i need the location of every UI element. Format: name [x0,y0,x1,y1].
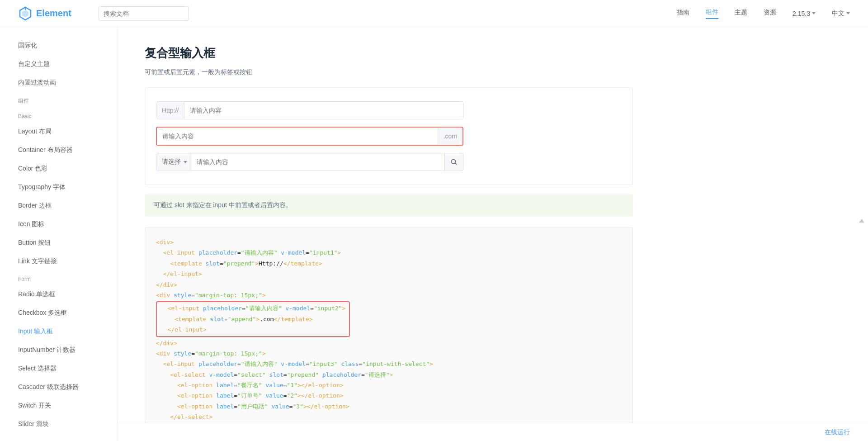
nav-links: 指南 组件 主题 资源 2.15.3 中文 [677,8,850,19]
sidebar-category-form-label: Form [0,270,117,285]
header: Element 指南 组件 主题 资源 2.15.3 中文 [0,0,868,27]
code-line-7: <el-input placeholder="请输入内容" v-model="i… [160,303,345,313]
select-chevron-icon [184,161,187,163]
demo-row-1: Http:// [156,101,622,119]
demo-row-3: 请选择 [156,153,622,171]
code-line-15: <el-option label="订单号" value="2"></el-op… [156,390,622,401]
sidebar-item-typography[interactable]: Typography 字体 [0,178,117,196]
append-text: .com [443,133,457,140]
language-label: 中文 [832,9,844,18]
sidebar-item-inputnumber[interactable]: InputNumber 计数器 [0,341,117,359]
code-line-16: <el-option label="用户电话" value="3"></el-o… [156,401,622,412]
input-append-com: .com [438,128,462,145]
code-line-8: <template slot="append">.com</template> [160,314,345,324]
sidebar-item-custom-theme[interactable]: 自定义主题 [0,55,117,73]
scroll-indicator [859,219,864,223]
sidebar-category-basic-label: Basic [0,108,117,122]
input-group-1: Http:// [156,101,463,119]
code-line-6: <div style="margin-top: 15px;"> [156,290,622,300]
select-placeholder-text: 请选择 [162,158,181,166]
code-line-2: <el-input placeholder="请输入内容" v-model="i… [156,247,622,258]
code-line-4: </el-input> [156,269,622,279]
main-content: 复合型输入框 可前置或后置元素，一般为标签或按钮 Http:// .com [118,27,660,441]
online-run-link[interactable]: 在线运行 [825,428,850,436]
sidebar: 国际化 自定义主题 内置过渡动画 组件 Basic Layout 布局 Cont… [0,27,118,441]
sidebar-item-input[interactable]: Input 输入框 [0,322,117,341]
element-logo-icon [18,6,33,21]
sidebar-item-switch[interactable]: Switch 开关 [0,396,117,415]
input-search-button[interactable] [444,153,463,171]
code-line-1: <div> [156,237,622,247]
search-input[interactable] [99,6,189,21]
code-line-3: <template slot="prepend">Http://</templa… [156,258,622,269]
input-select-prepend[interactable]: 请选择 [156,153,191,171]
input-2[interactable] [157,128,438,145]
sidebar-item-layout[interactable]: Layout 布局 [0,122,117,141]
code-line-12: <el-input placeholder="请输入内容" v-model="i… [156,359,622,369]
input-3[interactable] [191,153,444,171]
nav-component[interactable]: 组件 [706,8,718,19]
bottom-bar: 在线运行 [118,423,868,441]
scroll-up-icon[interactable] [859,219,864,223]
code-line-14: <el-option label="餐厅名" value="1"></el-op… [156,380,622,390]
input-group-2: .com [156,127,463,146]
search-icon [450,158,458,166]
info-text: 可通过 slot 来指定在 input 中前置或者后置内容。 [154,201,292,209]
nav-resource[interactable]: 资源 [764,9,776,19]
logo[interactable]: Element [18,6,71,21]
code-block: <div> <el-input placeholder="请输入内容" v-mo… [145,228,633,441]
language-chevron-icon [846,12,850,14]
input-group-3: 请选择 [156,153,463,171]
nav-guide[interactable]: 指南 [677,9,689,19]
sidebar-item-cascader[interactable]: Cascader 级联选择器 [0,378,117,396]
sidebar-item-icon[interactable]: Icon 图标 [0,215,117,233]
code-highlighted-block: <el-input placeholder="请输入内容" v-model="i… [156,301,350,337]
sidebar-item-color[interactable]: Color 色彩 [0,159,117,178]
code-line-11: <div style="margin-top: 15px;"> [156,348,622,359]
version-chevron-icon [812,12,816,14]
sidebar-item-border[interactable]: Border 边框 [0,196,117,215]
language-dropdown[interactable]: 中文 [832,9,850,18]
page-desc: 可前置或后置元素，一般为标签或按钮 [145,68,633,76]
input-1[interactable] [184,102,463,119]
sidebar-item-select[interactable]: Select 选择器 [0,359,117,378]
input-prepend-http: Http:// [156,102,184,119]
prepend-text: Http:// [162,107,179,114]
info-box: 可通过 slot 来指定在 input 中前置或者后置内容。 [145,194,633,217]
page-layout: 国际化 自定义主题 内置过渡动画 组件 Basic Layout 布局 Cont… [0,27,868,441]
sidebar-item-i18n[interactable]: 国际化 [0,36,117,55]
sidebar-item-button[interactable]: Button 按钮 [0,233,117,252]
search-box [99,6,189,21]
page-title: 复合型输入框 [145,45,633,61]
sidebar-item-slider[interactable]: Slider 滑块 [0,415,117,433]
code-line-10: </div> [156,338,622,348]
logo-text: Element [36,8,71,19]
demo-row-2: .com [156,127,622,146]
code-line-17: </el-select> [156,412,622,422]
code-line-9: </el-input> [160,324,345,335]
svg-line-4 [455,163,457,165]
sidebar-item-transition[interactable]: 内置过渡动画 [0,73,117,92]
code-line-5: </div> [156,280,622,290]
nav-theme[interactable]: 主题 [735,9,747,19]
version-dropdown[interactable]: 2.15.3 [793,10,816,17]
sidebar-category-basic: 组件 [0,92,117,108]
version-label: 2.15.3 [793,10,810,17]
svg-marker-1 [22,10,28,17]
sidebar-item-container[interactable]: Container 布局容器 [0,141,117,159]
sidebar-item-radio[interactable]: Radio 单选框 [0,285,117,303]
sidebar-item-checkbox[interactable]: Checkbox 多选框 [0,303,117,322]
code-line-13: <el-select v-model="select" slot="prepen… [156,370,622,380]
demo-box: Http:// .com 请选择 [145,87,633,185]
sidebar-item-link[interactable]: Link 文字链接 [0,252,117,270]
